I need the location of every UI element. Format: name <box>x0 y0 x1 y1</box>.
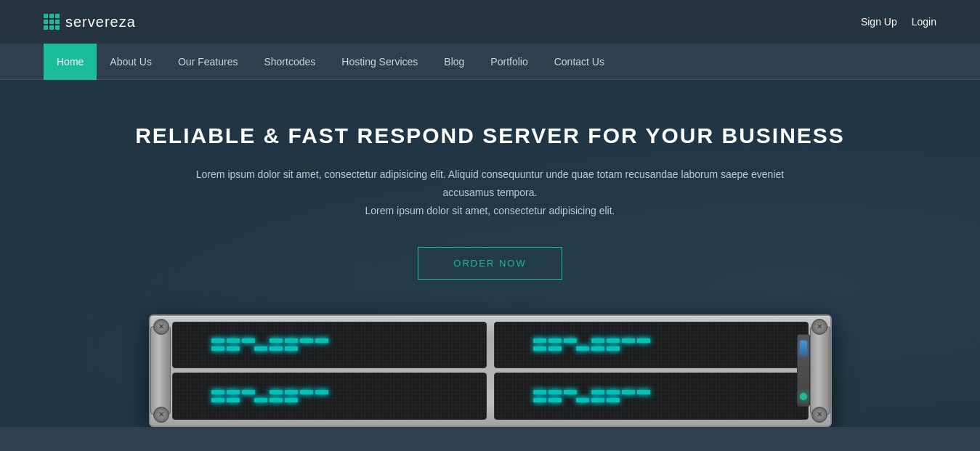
corner-handle-top-left <box>153 319 169 335</box>
rack-bay-2-1 <box>172 373 487 420</box>
nav-item-contact[interactable]: Contact Us <box>541 44 617 80</box>
side-indicator <box>800 341 807 355</box>
nav-item-home[interactable]: Home <box>44 44 97 80</box>
rack-row-1 <box>172 322 809 369</box>
order-now-button[interactable]: ORDER NOW <box>418 247 562 280</box>
nav-item-portfolio[interactable]: Portfolio <box>477 44 540 80</box>
nav-item-shortcodes[interactable]: Shortcodes <box>251 44 328 80</box>
top-bar: servereza Sign Up Login <box>0 0 980 44</box>
rack-side-panel <box>797 334 810 407</box>
brand-name: servereza <box>65 14 136 31</box>
hero-section: RELIABLE & FAST RESPOND SERVER FOR YOUR … <box>0 80 980 427</box>
hero-desc-line2: Lorem ipsum dolor sit amet, consectetur … <box>365 205 615 216</box>
nav-item-hosting[interactable]: Hosting Services <box>328 44 431 80</box>
hero-description: Lorem ipsum dolor sit amet, consectetur … <box>193 166 788 221</box>
nav-bar: Home About Us Our Features Shortcodes Ho… <box>0 44 980 80</box>
rack-leds-1-1 <box>204 338 455 351</box>
corner-handle-top-right <box>811 319 827 335</box>
rack-leds-2-2 <box>526 390 777 402</box>
rack-leds-1-2 <box>526 338 777 351</box>
hero-title: RELIABLE & FAST RESPOND SERVER FOR YOUR … <box>135 123 845 148</box>
logo: servereza <box>44 14 136 31</box>
top-actions: Sign Up Login <box>861 16 936 28</box>
corner-handle-bottom-right <box>811 407 827 423</box>
nav-item-features[interactable]: Our Features <box>165 44 251 80</box>
rack-row-2 <box>172 373 809 420</box>
nav-item-blog[interactable]: Blog <box>431 44 477 80</box>
corner-handle-bottom-left <box>153 407 169 423</box>
side-dot <box>800 393 807 400</box>
hero-desc-line1: Lorem ipsum dolor sit amet, consectetur … <box>196 168 784 198</box>
rack-bay-1-2 <box>494 322 809 369</box>
rack-bay-2-2 <box>494 373 809 420</box>
signup-link[interactable]: Sign Up <box>861 16 897 28</box>
server-rack <box>149 314 832 427</box>
rack-leds-2-1 <box>204 390 455 402</box>
server-rack-wrapper <box>149 314 832 427</box>
login-link[interactable]: Login <box>912 16 936 28</box>
rack-bay-1-1 <box>172 322 487 369</box>
logo-icon <box>44 14 60 30</box>
nav-item-about[interactable]: About Us <box>97 44 165 80</box>
